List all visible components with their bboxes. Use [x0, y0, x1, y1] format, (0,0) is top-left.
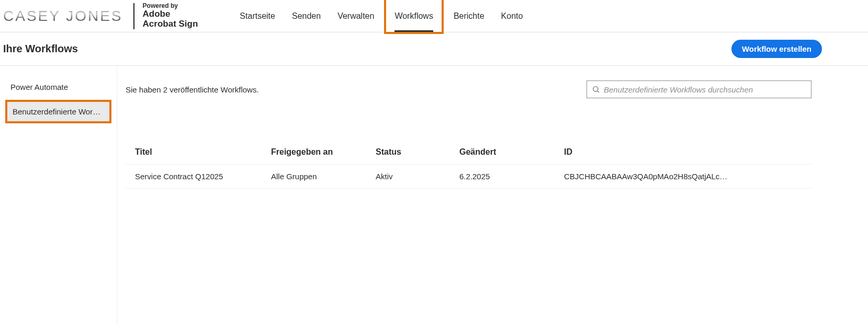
page-subheader: Ihre Workflows Workflow erstellen — [0, 32, 868, 66]
col-shared[interactable]: Freigegeben an — [271, 147, 376, 157]
sidebar-item-custom-workflows[interactable]: Benutzerdefinierte Workfl… — [7, 102, 109, 121]
table-header: Titel Freigegeben an Status Geändert ID — [126, 140, 811, 165]
svg-line-1 — [598, 91, 599, 92]
content-top-row: Sie haben 2 veröffentlichte Workflows. — [126, 80, 811, 98]
table-row[interactable]: Service Contract Q12025 Alle Gruppen Akt… — [126, 165, 811, 189]
nav-home[interactable]: Startseite — [231, 0, 284, 32]
sidebar: Power Automate Benutzerdefinierte Workfl… — [0, 66, 117, 324]
cell-shared: Alle Gruppen — [271, 172, 376, 181]
published-count-text: Sie haben 2 veröffentlichte Workflows. — [126, 85, 259, 94]
app-header: CASEY JONES Powered by Adobe Acrobat Sig… — [0, 0, 868, 32]
content-area: Sie haben 2 veröffentlichte Workflows. T… — [117, 66, 868, 324]
col-modified[interactable]: Geändert — [459, 147, 564, 157]
col-id[interactable]: ID — [564, 147, 802, 157]
search-icon — [592, 85, 600, 94]
search-input[interactable] — [587, 80, 811, 98]
nav-reports[interactable]: Berichte — [445, 0, 493, 32]
col-status[interactable]: Status — [376, 147, 459, 157]
nav-account[interactable]: Konto — [493, 0, 532, 32]
search-field-wrap — [587, 80, 811, 98]
workflows-table: Titel Freigegeben an Status Geändert ID … — [126, 140, 811, 189]
brand-name-line1: Adobe — [143, 9, 198, 19]
primary-nav: Startseite Senden Verwalten Workflows Be… — [231, 0, 531, 32]
cell-title: Service Contract Q12025 — [135, 172, 271, 181]
cell-status: Aktiv — [376, 172, 459, 181]
cell-modified: 6.2.2025 — [459, 172, 564, 181]
powered-by-block: Powered by Adobe Acrobat Sign — [143, 3, 198, 29]
create-workflow-button[interactable]: Workflow erstellen — [731, 40, 822, 58]
col-title[interactable]: Titel — [135, 147, 271, 157]
svg-point-0 — [593, 87, 598, 91]
cell-id: CBJCHBCAABAAw3QA0pMAo2H8sQatjALc… — [564, 172, 802, 181]
nav-workflows[interactable]: Workflows — [384, 0, 444, 34]
page-title: Ihre Workflows — [3, 43, 78, 55]
brand-name-line2: Acrobat Sign — [143, 19, 198, 29]
nav-send[interactable]: Senden — [284, 0, 329, 32]
nav-manage[interactable]: Verwalten — [329, 0, 382, 32]
page-body: Power Automate Benutzerdefinierte Workfl… — [0, 66, 868, 324]
tenant-logo: CASEY JONES — [3, 8, 123, 25]
divider — [133, 3, 134, 29]
sidebar-item-power-automate[interactable]: Power Automate — [5, 77, 111, 97]
brand-block: CASEY JONES Powered by Adobe Acrobat Sig… — [3, 3, 208, 29]
